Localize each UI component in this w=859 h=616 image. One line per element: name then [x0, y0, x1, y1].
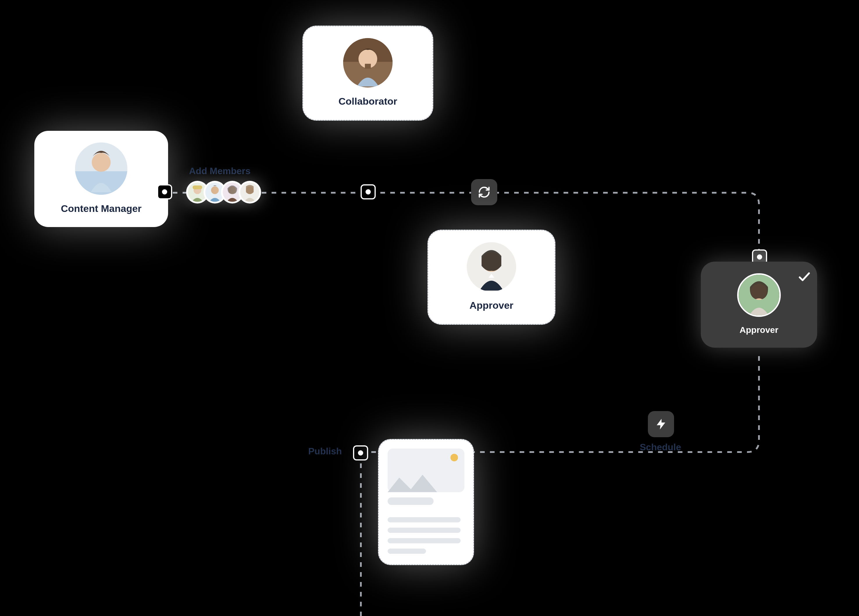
check-icon: [797, 270, 811, 284]
avatar: [343, 38, 392, 87]
placeholder-line: [387, 549, 426, 554]
post-thumbnail: [387, 449, 464, 492]
content-manager-label: Content Manager: [61, 203, 142, 214]
svg-point-9: [211, 186, 219, 194]
approver-final-label: Approver: [739, 325, 778, 335]
avatar: [467, 242, 516, 292]
content-manager-card[interactable]: Content Manager: [34, 131, 168, 227]
avatar: [75, 142, 127, 195]
collaborator-label: Collaborator: [339, 96, 397, 107]
publish-node: [353, 445, 368, 460]
publish-label: Publish: [308, 446, 342, 457]
avatar: [737, 273, 781, 317]
connector-node: [361, 184, 376, 200]
workflow-diagram: Content Manager Add Members Collaborator: [0, 0, 859, 616]
placeholder-line: [387, 497, 434, 505]
placeholder-line: [387, 538, 461, 543]
svg-rect-17: [365, 64, 371, 69]
repeat-icon[interactable]: [471, 179, 497, 205]
connector-node: [157, 184, 172, 200]
placeholder-line: [387, 528, 461, 533]
add-members-label: Add Members: [189, 166, 251, 176]
member-avatars[interactable]: [186, 181, 261, 203]
collaborator-card[interactable]: Collaborator: [302, 26, 433, 121]
schedule-icon[interactable]: [648, 411, 674, 437]
placeholder-line: [387, 517, 461, 522]
approver-card[interactable]: Approver: [428, 230, 555, 325]
svg-rect-7: [193, 186, 202, 189]
post-preview-card[interactable]: [378, 439, 474, 565]
svg-point-4: [92, 153, 111, 172]
approver-label: Approver: [469, 300, 513, 311]
approver-final-card[interactable]: Approver: [701, 262, 817, 348]
schedule-label: Schedule: [640, 442, 681, 452]
